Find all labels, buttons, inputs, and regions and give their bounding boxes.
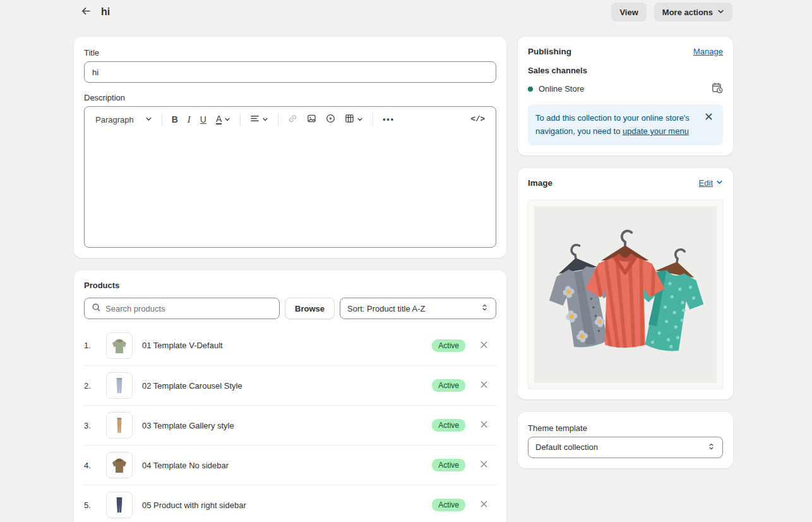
edit-image-dropdown[interactable]: Edit [699, 178, 723, 188]
close-icon [480, 341, 488, 351]
toolbar-divider [278, 113, 278, 126]
product-status-badge: Active [432, 419, 465, 432]
product-name[interactable]: 05 Product with right sidebar [142, 501, 422, 510]
back-button[interactable] [77, 3, 95, 21]
theme-template-select[interactable]: Default collection [528, 437, 723, 458]
paragraph-style-dropdown[interactable]: Paragraph [91, 112, 157, 128]
product-status-badge: Active [432, 499, 465, 511]
theme-template-label: Theme template [528, 423, 723, 433]
product-row-number: 1. [84, 341, 97, 350]
search-products-box [84, 298, 280, 319]
close-icon [480, 380, 488, 391]
product-thumbnail [106, 332, 133, 359]
header-actions: View More actions [611, 3, 732, 21]
underline-button[interactable]: U [196, 111, 211, 128]
product-row: 5. 05 Product with right sidebar Active [84, 485, 496, 522]
product-row-number: 4. [84, 461, 97, 470]
theme-template-value: Default collection [535, 442, 598, 452]
remove-product-button[interactable] [475, 377, 493, 394]
bold-button[interactable]: B [167, 111, 182, 128]
sort-select[interactable]: Sort: Product title A-Z [340, 298, 496, 319]
toolbar-divider [373, 113, 373, 126]
image-card: Image Edit [518, 168, 733, 399]
toolbar-divider [240, 113, 241, 126]
italic-button[interactable]: I [183, 111, 195, 128]
browse-button[interactable]: Browse [285, 298, 335, 319]
manage-link[interactable]: Manage [693, 47, 723, 56]
close-icon [705, 111, 713, 124]
product-row: 1. 01 Template V-Default Active [84, 325, 496, 365]
description-label: Description [84, 93, 496, 102]
description-editor: Paragraph B I U A [84, 106, 496, 248]
info-banner: To add this collection to your online st… [528, 104, 723, 145]
editor-toolbar: Paragraph B I U A [85, 107, 496, 132]
view-button[interactable]: View [611, 3, 646, 21]
collection-image[interactable] [528, 200, 723, 389]
image-heading: Image [528, 178, 552, 188]
product-status-badge: Active [432, 339, 465, 352]
product-name[interactable]: 04 Template No sidebar [142, 461, 422, 470]
update-menu-link[interactable]: update your menu [623, 126, 689, 136]
page-title: hi [101, 6, 110, 18]
insert-video-button[interactable] [321, 111, 340, 128]
product-row: 4. 04 Template No sidebar Active [84, 445, 496, 485]
text-color-button[interactable]: A [212, 111, 235, 128]
product-row-number: 5. [84, 501, 97, 510]
table-icon [345, 114, 354, 125]
calendar-clock-icon [712, 82, 723, 95]
product-name[interactable]: 01 Template V-Default [142, 341, 422, 350]
select-updown-icon [481, 303, 489, 313]
more-formatting-button[interactable]: ••• [378, 112, 399, 127]
product-list: 1. 01 Template V-Default Active 2. 02 Te… [84, 325, 496, 522]
close-icon [480, 420, 488, 430]
title-input[interactable] [84, 61, 496, 83]
search-products-input[interactable] [105, 304, 272, 313]
product-name[interactable]: 02 Template Carousel Style [142, 381, 422, 391]
back-arrow-icon [81, 6, 92, 18]
products-card: Products Browse Sort: Product title A-Z [74, 270, 506, 522]
title-label: Title [84, 48, 496, 58]
insert-table-button[interactable] [340, 111, 367, 128]
remove-product-button[interactable] [475, 456, 493, 474]
more-actions-button[interactable]: More actions [654, 3, 732, 21]
product-thumbnail [106, 452, 133, 478]
product-row: 3. 03 Template Gallery style Active [84, 405, 496, 445]
product-row-number: 2. [84, 381, 97, 391]
chevron-down-icon [357, 115, 363, 124]
remove-product-button[interactable] [475, 416, 493, 434]
remove-product-button[interactable] [475, 337, 493, 355]
dismiss-banner-button[interactable] [702, 111, 715, 125]
play-circle-icon [326, 114, 335, 125]
product-thumbnail [106, 372, 133, 399]
product-status-badge: Active [432, 379, 465, 392]
product-row-number: 3. [84, 421, 97, 430]
chevron-down-icon [717, 8, 724, 17]
product-name[interactable]: 03 Template Gallery style [142, 421, 422, 430]
sales-channel-row: Online Store [528, 82, 723, 95]
schedule-publish-button[interactable] [712, 82, 723, 95]
chevron-down-icon [145, 115, 152, 124]
search-icon [92, 303, 101, 314]
alignment-button[interactable] [246, 111, 273, 128]
show-html-button[interactable]: </> [466, 112, 489, 127]
link-icon [288, 114, 297, 125]
toolbar-divider [162, 113, 162, 126]
banner-text: To add this collection to your online st… [535, 111, 696, 138]
close-icon [480, 460, 488, 470]
publishing-heading: Publishing [528, 47, 571, 56]
description-textarea[interactable] [85, 132, 496, 247]
publishing-card: Publishing Manage Sales channels Online … [518, 37, 733, 155]
select-updown-icon [707, 442, 715, 452]
sales-channels-label: Sales channels [528, 66, 723, 75]
remove-product-button[interactable] [475, 496, 493, 514]
channel-status-dot [528, 87, 533, 92]
insert-image-button[interactable] [302, 111, 321, 128]
product-row: 2. 02 Template Carousel Style Active [84, 365, 496, 405]
chevron-down-icon [262, 115, 268, 124]
link-button[interactable] [284, 111, 302, 128]
close-icon [480, 500, 488, 510]
chevron-down-icon [224, 115, 230, 124]
sort-select-value: Sort: Product title A-Z [347, 304, 426, 313]
align-left-icon [250, 114, 260, 125]
chevron-down-icon [716, 178, 723, 188]
